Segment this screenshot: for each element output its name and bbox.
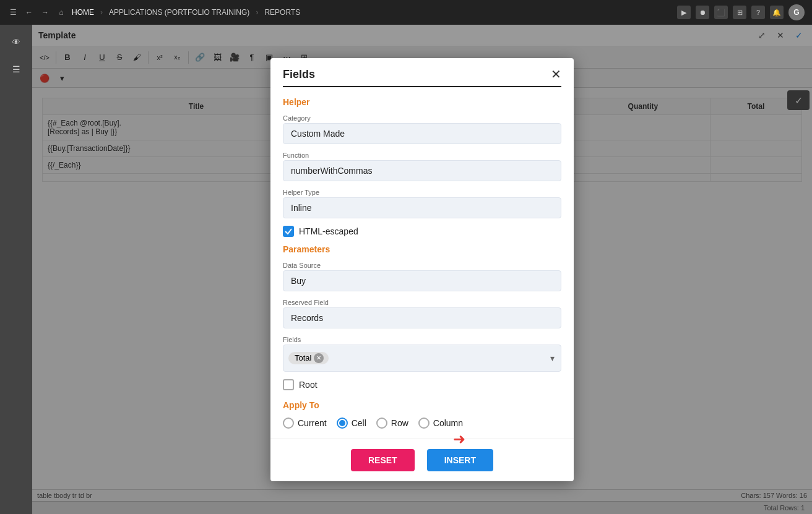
html-escaped-checkbox[interactable] <box>283 226 294 237</box>
help-btn[interactable]: ? <box>751 6 765 19</box>
parameters-section-label: Parameters <box>283 244 561 254</box>
modal-footer: ➜ RESET INSERT <box>270 439 574 481</box>
total-tag-remove[interactable]: ✕ <box>314 353 324 363</box>
reserved-field-select[interactable]: Records <box>283 307 561 328</box>
arrow-indicator: ➜ <box>453 430 465 448</box>
helper-type-label: Helper Type <box>283 189 561 196</box>
function-label: Function <box>283 152 561 159</box>
record-btn[interactable]: ⏺ <box>696 6 709 19</box>
html-escaped-label: HTML-escaped <box>299 226 358 236</box>
radio-option-cell[interactable]: Cell <box>337 418 366 429</box>
apply-to-label: Apply To <box>283 400 561 410</box>
modal-close-button[interactable]: ✕ <box>551 68 561 80</box>
home-icon[interactable]: ⌂ <box>56 7 67 18</box>
data-source-select[interactable]: Buy <box>283 270 561 291</box>
notification-btn[interactable]: 🔔 <box>770 6 784 19</box>
nav-actions: ▶ ⏺ ⬛ ⊞ ? 🔔 G <box>677 4 805 20</box>
editor-area: Template ⤢ ✕ ✓ </> B I U S 🖌 x² x₂ 🔗 🖼 🎥… <box>32 25 812 514</box>
modal-overlay: Fields ✕ Helper Category Custom Made <box>32 25 812 514</box>
root-row: Root <box>283 379 561 390</box>
fields-label: Fields <box>283 336 561 343</box>
reserved-field-select-wrapper: Records <box>283 307 561 328</box>
sidebar-filter-icon[interactable]: ☰ <box>5 58 27 80</box>
nav-separator-1: › <box>100 8 103 17</box>
avatar[interactable]: G <box>788 4 805 20</box>
top-navigation: ☰ ← → ⌂ HOME › APPLICATIONS (PORTFOLIO T… <box>0 0 812 25</box>
data-source-field-group: Data Source Buy <box>283 262 561 291</box>
function-select[interactable]: numberWithCommas <box>283 160 561 181</box>
reserved-field-group: Reserved Field Records <box>283 299 561 328</box>
apply-to-section: Apply To Current <box>283 400 561 429</box>
total-tag: Total ✕ <box>288 352 329 364</box>
category-field-group: Category Custom Made <box>283 114 561 144</box>
category-select-wrapper: Custom Made <box>283 123 561 144</box>
html-escaped-row: HTML-escaped <box>283 226 561 237</box>
fields-tags-input[interactable]: Total ✕ ▾ <box>283 345 561 372</box>
play-btn[interactable]: ▶ <box>677 6 691 19</box>
radio-option-row[interactable]: Row <box>376 418 408 429</box>
radio-current-label: Current <box>298 418 327 428</box>
radio-column-outer[interactable] <box>418 418 430 429</box>
radio-row-outer[interactable] <box>376 418 387 429</box>
app-label[interactable]: APPLICATIONS (PORTFOLIO TRAINING) <box>109 8 249 17</box>
back-icon[interactable]: ← <box>24 7 35 18</box>
radio-row: Current Cell <box>283 418 561 429</box>
category-select[interactable]: Custom Made <box>283 123 561 144</box>
hamburger-menu-icon[interactable]: ☰ <box>7 7 19 18</box>
helper-type-field-group: Helper Type Inline <box>283 189 561 218</box>
fields-field-group: Fields Total ✕ ▾ <box>283 336 561 372</box>
category-label: Category <box>283 114 561 122</box>
helper-type-select[interactable]: Inline <box>283 197 561 218</box>
stop-btn[interactable]: ⬛ <box>714 6 728 19</box>
main-area: 👁 ☰ Template ⤢ ✕ ✓ </> B I U S 🖌 x² x₂ <box>0 25 812 514</box>
reset-button[interactable]: RESET <box>351 449 415 471</box>
root-checkbox[interactable] <box>283 379 294 390</box>
root-label: Root <box>299 380 317 390</box>
grid-btn[interactable]: ⊞ <box>733 6 746 19</box>
data-source-label: Data Source <box>283 262 561 269</box>
function-field-group: Function numberWithCommas <box>283 152 561 181</box>
nav-separator-2: › <box>256 8 258 17</box>
home-label[interactable]: HOME <box>72 8 94 17</box>
helper-type-select-wrapper: Inline <box>283 197 561 218</box>
modal-body: Helper Category Custom Made Function <box>270 87 574 439</box>
forward-icon[interactable]: → <box>40 7 51 18</box>
radio-cell-inner <box>339 420 345 426</box>
data-source-select-wrapper: Buy <box>283 270 561 291</box>
left-sidebar: 👁 ☰ <box>0 25 32 514</box>
insert-button[interactable]: INSERT <box>427 449 493 471</box>
sidebar-view-icon[interactable]: 👁 <box>5 31 27 53</box>
radio-cell-outer[interactable] <box>337 418 348 429</box>
reserved-field-label: Reserved Field <box>283 299 561 306</box>
radio-current-outer[interactable] <box>283 418 294 429</box>
radio-row-label: Row <box>391 418 408 428</box>
helper-section-label: Helper <box>283 97 561 107</box>
radio-option-current[interactable]: Current <box>283 418 327 429</box>
fields-modal: Fields ✕ Helper Category Custom Made <box>270 58 574 481</box>
radio-column-label: Column <box>433 418 463 428</box>
radio-option-column[interactable]: Column <box>418 418 463 429</box>
radio-cell-label: Cell <box>352 418 366 428</box>
function-select-wrapper: numberWithCommas <box>283 160 561 181</box>
modal-header: Fields ✕ <box>270 58 574 81</box>
total-tag-label: Total <box>295 353 311 362</box>
reports-label[interactable]: REPORTS <box>264 8 300 17</box>
fields-dropdown-arrow: ▾ <box>550 353 555 363</box>
modal-title: Fields <box>283 68 315 81</box>
